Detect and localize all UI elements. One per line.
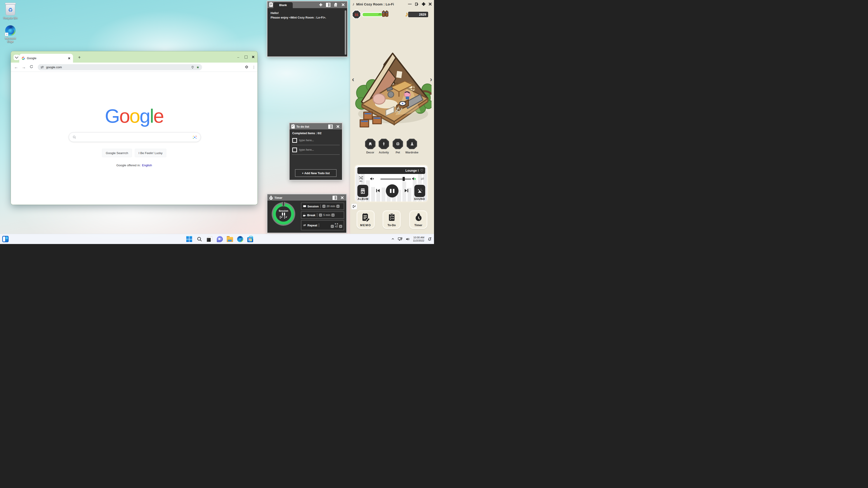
shuffle-button[interactable]: ALL [359, 176, 363, 182]
break-minus-button[interactable]: − [319, 214, 322, 217]
timer-maximize-button[interactable] [333, 195, 337, 200]
browser-menu-icon[interactable]: ⋮ [252, 65, 256, 69]
google-search-button[interactable]: Google Searrrch [102, 149, 132, 157]
memo-titlebar[interactable]: Blank [268, 1, 347, 8]
heart-icon[interactable]: ♡ [420, 169, 423, 172]
file-explorer-button[interactable] [227, 236, 233, 242]
edge-icon [237, 236, 243, 242]
cozy-room-scene[interactable] [352, 44, 432, 130]
todo-titlebar[interactable]: To do list [289, 123, 342, 130]
bookmark-star-icon[interactable]: ★ [196, 65, 199, 69]
activity-button[interactable] [379, 139, 389, 149]
feeling-lucky-button[interactable]: I Be Feelin' Lucky [135, 149, 166, 157]
volume-slider[interactable] [380, 179, 411, 180]
task-view-button[interactable] [206, 236, 213, 242]
shuffle-icon [359, 176, 363, 180]
desktop-icon-edge[interactable]: ↗ Microsoft Edge [3, 25, 18, 43]
track-category-bar[interactable]: Lounge ! ♡ [358, 167, 425, 174]
repeat-plus-button[interactable]: + [339, 225, 342, 228]
tab-search-button[interactable] [13, 55, 20, 60]
bag-icon[interactable] [382, 10, 389, 17]
todo-checkbox[interactable] [292, 148, 297, 152]
todo-close-button[interactable] [336, 124, 340, 129]
cozy-titlebar[interactable]: ♪ Mini Cozy Room : Lo-Fi — [350, 0, 434, 8]
speaker-icon[interactable] [405, 237, 410, 241]
play-pause-button[interactable] [386, 184, 399, 197]
todo-checkbox[interactable] [292, 138, 297, 143]
cozy-settings-icon[interactable] [422, 2, 425, 6]
todo-maximize-button[interactable] [328, 124, 333, 129]
reload-button[interactable] [28, 65, 35, 70]
language-link[interactable]: English [142, 164, 152, 167]
previous-track-button[interactable] [376, 188, 380, 193]
clock[interactable]: 10:00 AM 11/2/2022 [413, 236, 424, 242]
add-todo-list-button[interactable]: + Add New Todo list [295, 169, 337, 177]
memo-close-button[interactable] [341, 2, 345, 7]
new-tab-button[interactable]: + [77, 55, 82, 60]
memo-maximize-button[interactable] [326, 2, 331, 7]
break-plus-button[interactable]: + [331, 214, 335, 217]
timer-titlebar[interactable]: Timer [268, 194, 346, 201]
memo-delete-button[interactable] [333, 2, 338, 7]
sound-button[interactable] [414, 185, 425, 197]
tray-chevron-up-icon[interactable] [391, 237, 395, 241]
timer-dock-button[interactable]: Timer [409, 210, 428, 229]
wardrobe-button[interactable] [407, 139, 417, 149]
next-track-button[interactable] [404, 188, 408, 193]
pause-icon[interactable] [282, 213, 285, 216]
address-bar[interactable]: google.com ★ [38, 64, 202, 70]
widgets-button[interactable] [2, 236, 8, 242]
restart-session-icon[interactable] [280, 216, 283, 219]
network-icon[interactable] [398, 237, 402, 241]
taskbar-search-button[interactable] [196, 236, 203, 242]
google-favicon [22, 57, 25, 60]
decor-button[interactable] [365, 139, 375, 149]
todo-item-input[interactable]: type here... [299, 148, 314, 151]
site-settings-icon[interactable] [40, 66, 44, 69]
memo-tab[interactable]: Blank [273, 2, 293, 8]
search-icon [72, 135, 76, 139]
back-button[interactable]: ← [12, 65, 20, 70]
browser-tab[interactable]: Google [19, 54, 73, 63]
location-pin-icon[interactable] [191, 66, 194, 69]
pet-button[interactable] [393, 139, 403, 149]
repeat-track-icon[interactable] [420, 177, 425, 181]
skip-session-icon[interactable] [284, 216, 287, 219]
tab-title: Google [27, 57, 66, 60]
edge-taskbar-button[interactable] [237, 236, 243, 242]
search-input[interactable] [79, 135, 190, 139]
mute-icon[interactable] [370, 177, 374, 180]
extensions-icon[interactable] [245, 65, 248, 69]
chat-button[interactable] [217, 236, 223, 242]
tab-close-icon[interactable] [68, 57, 70, 59]
cozy-popout-button[interactable] [415, 2, 418, 6]
start-button[interactable] [186, 236, 192, 242]
session-progress-ring[interactable]: Session [273, 203, 294, 225]
collapse-panel-button[interactable] [351, 204, 357, 209]
session-minus-button[interactable]: − [322, 205, 326, 208]
url-text[interactable]: google.com [46, 66, 189, 69]
memo-add-button[interactable] [318, 2, 323, 7]
desktop-icon-recycle-bin[interactable]: ♻ Recycle Bin [3, 3, 18, 20]
memo-content[interactable]: Hello! Please enjoy <Mini Cozy Room : Lo… [268, 8, 347, 57]
cozy-minimize-button[interactable]: — [408, 2, 412, 6]
cozy-close-button[interactable] [429, 2, 432, 6]
repeat-minus-button[interactable]: − [331, 225, 334, 228]
volume-knob[interactable] [403, 177, 405, 181]
memo-scrollbar[interactable] [345, 10, 346, 55]
todo-item-input[interactable]: type here... [299, 139, 314, 142]
browser-minimize-button[interactable]: – [235, 54, 242, 60]
google-search-box[interactable] [69, 132, 201, 142]
session-plus-button[interactable]: + [336, 205, 340, 208]
memo-dock-button[interactable]: MEMO [356, 210, 375, 229]
forward-button[interactable]: → [20, 65, 28, 70]
notification-bell-icon[interactable] [428, 237, 432, 241]
timer-close-button[interactable] [340, 195, 344, 200]
google-lens-icon[interactable] [193, 135, 197, 139]
browser-close-button[interactable] [250, 54, 256, 60]
store-button[interactable] [247, 236, 253, 242]
browser-maximize-button[interactable] [243, 54, 249, 60]
repeat-sparkle: ◆·◆ [335, 223, 338, 225]
album-button[interactable] [358, 185, 368, 197]
todo-dock-button[interactable]: To-Do [382, 210, 401, 229]
